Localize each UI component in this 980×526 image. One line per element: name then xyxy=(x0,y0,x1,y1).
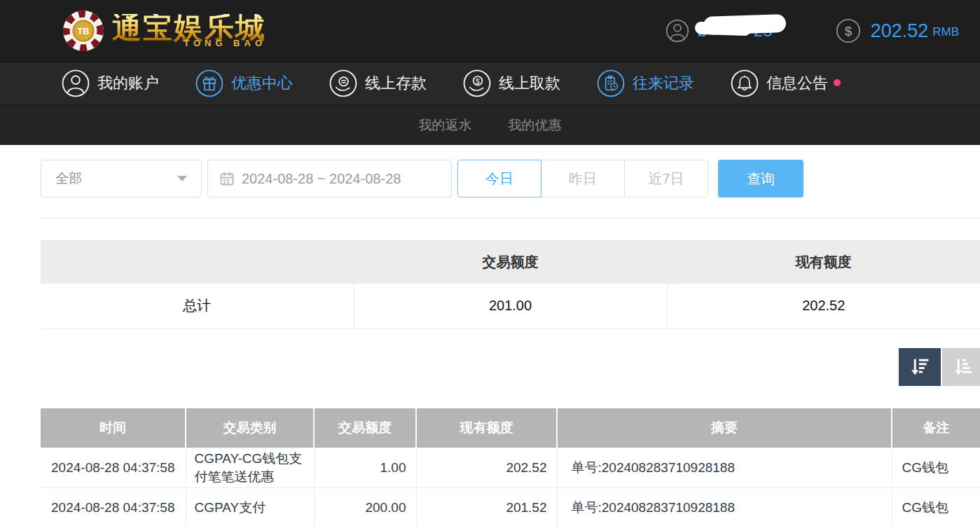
promo-subnav: 我的返水 我的优惠 xyxy=(0,105,980,145)
sort-descending-button[interactable] xyxy=(899,348,941,386)
record-remark: CG钱包 xyxy=(892,448,980,488)
section-divider xyxy=(41,218,980,219)
filter-bar: 全部 2024-08-28 ~ 2024-08-28 今日 昨日 近7日 查询 xyxy=(41,160,980,198)
records-clipboard-clock-icon xyxy=(597,69,625,97)
record-remark: CG钱包 xyxy=(892,488,980,526)
records-header-remark: 备注 xyxy=(892,408,980,448)
date-range-input[interactable]: 2024-08-28 ~ 2024-08-28 xyxy=(207,160,452,198)
table-row: 2024-08-28 04:37:58 CGPAY-CG钱包支付笔笔送优惠 1.… xyxy=(41,448,980,488)
calendar-icon xyxy=(219,171,235,186)
nav-item-transaction-records[interactable]: 往来记录 xyxy=(597,69,694,97)
record-type: CGPAY-CG钱包支付笔笔送优惠 xyxy=(186,448,314,488)
records-header-type: 交易类别 xyxy=(186,408,314,448)
quick-date-group: 今日 昨日 近7日 xyxy=(457,160,708,198)
username-masked: b#####25 xyxy=(698,21,773,41)
summary-header-current-amount: 现有额度 xyxy=(667,240,980,284)
records-header-time: 时间 xyxy=(41,408,186,448)
sort-ascending-icon xyxy=(951,355,975,379)
record-amount: 1.00 xyxy=(314,448,416,488)
sort-controls xyxy=(0,348,980,386)
svg-text:$: $ xyxy=(476,77,480,85)
yesterday-button[interactable]: 昨日 xyxy=(541,160,625,198)
main-nav: 我的账户 优惠中心 线上存款 $ 线上取款 xyxy=(0,62,980,105)
records-header-balance: 现有额度 xyxy=(416,408,557,448)
record-time: 2024-08-28 04:37:58 xyxy=(41,448,186,488)
balance-currency: RMB xyxy=(932,25,959,39)
summary-header-empty xyxy=(41,240,354,284)
summary-header-transaction-amount: 交易额度 xyxy=(354,240,667,284)
svg-text:TB: TB xyxy=(78,27,90,36)
date-range-value: 2024-08-28 ~ 2024-08-28 xyxy=(242,171,401,187)
summary-total-current-amount: 202.52 xyxy=(667,284,980,328)
last7days-button[interactable]: 近7日 xyxy=(624,160,708,198)
deposit-hand-coin-icon xyxy=(329,69,357,97)
notification-badge-dot xyxy=(834,79,841,86)
nav-item-announcements[interactable]: 信息公告 xyxy=(731,69,828,97)
records-header-summary: 摘要 xyxy=(557,408,892,448)
summary-total-row: 总计 201.00 202.52 xyxy=(41,284,980,328)
sort-ascending-button[interactable] xyxy=(942,348,980,386)
type-select-value: 全部 xyxy=(55,169,82,188)
user-icon xyxy=(62,69,90,97)
summary-total-label: 总计 xyxy=(41,284,354,328)
withdraw-hand-coin-icon: $ xyxy=(463,69,491,97)
sort-descending-icon xyxy=(908,355,932,379)
privacy-blur-overlay xyxy=(695,22,752,36)
record-balance: 201.52 xyxy=(416,488,557,526)
summary-table: 交易额度 现有额度 总计 201.00 202.52 xyxy=(41,240,980,329)
top-bar: TB 通宝娱乐城 TONG BAO b#####25 $ 202. xyxy=(0,0,980,62)
records-table: 时间 交易类别 交易额度 现有额度 摘要 备注 2024-08-28 04:37… xyxy=(41,408,980,526)
nav-item-promotions[interactable]: 优惠中心 xyxy=(195,69,293,97)
dollar-coin-icon: $ xyxy=(836,18,861,43)
chevron-down-icon xyxy=(177,176,187,181)
records-header-row: 时间 交易类别 交易额度 现有额度 摘要 备注 xyxy=(41,408,980,448)
nav-item-my-account[interactable]: 我的账户 xyxy=(62,69,159,97)
record-balance: 202.52 xyxy=(416,448,557,488)
subnav-item-my-promos[interactable]: 我的优惠 xyxy=(509,116,562,134)
query-button[interactable]: 查询 xyxy=(718,160,803,198)
records-header-amount: 交易额度 xyxy=(314,408,416,448)
casino-chip-icon: TB xyxy=(62,9,105,53)
summary-total-transaction-amount: 201.00 xyxy=(354,284,667,328)
user-account[interactable]: b#####25 xyxy=(665,19,773,43)
record-amount: 200.00 xyxy=(314,488,416,526)
bell-icon xyxy=(731,69,759,97)
table-row: 2024-08-28 04:37:58 CGPAY支付 200.00 201.5… xyxy=(41,488,980,526)
gift-icon xyxy=(195,69,223,97)
nav-item-online-deposit[interactable]: 线上存款 xyxy=(329,69,427,97)
nav-item-online-withdrawal[interactable]: $ 线上取款 xyxy=(463,69,560,97)
record-summary: 单号:202408283710928188 xyxy=(557,488,892,526)
today-button[interactable]: 今日 xyxy=(457,160,541,198)
balance-amount: 202.52 xyxy=(871,20,929,42)
subnav-item-my-rebate[interactable]: 我的返水 xyxy=(419,116,472,134)
site-logo[interactable]: TB 通宝娱乐城 TONG BAO xyxy=(62,9,266,53)
record-type: CGPAY支付 xyxy=(186,488,314,526)
user-avatar-icon xyxy=(665,19,689,43)
record-summary: 单号:202408283710928188 xyxy=(557,448,892,488)
logo-subtitle: TONG BAO xyxy=(184,38,266,48)
record-time: 2024-08-28 04:37:58 xyxy=(41,488,186,526)
wallet-balance[interactable]: $ 202.52 RMB xyxy=(836,18,959,43)
type-select[interactable]: 全部 xyxy=(41,160,202,198)
svg-text:$: $ xyxy=(844,24,852,39)
